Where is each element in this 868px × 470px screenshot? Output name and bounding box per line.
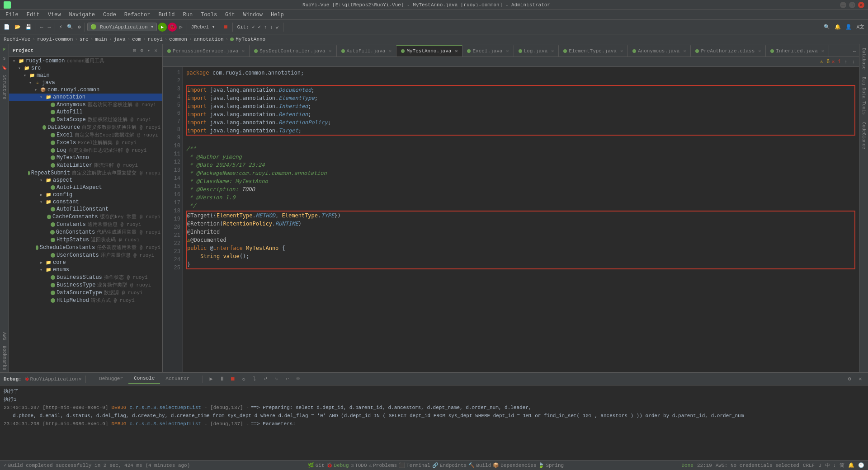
tab-autofill[interactable]: AutoFill.java ✕ — [337, 45, 397, 56]
tab-close-permissionservice[interactable]: ✕ — [242, 48, 245, 54]
debug-button[interactable]: 🐞 — [168, 23, 177, 32]
bookmarks-icon[interactable]: 🔖 — [1, 64, 8, 71]
spring-tab-btn[interactable]: 🍃 Spring — [538, 462, 564, 468]
project-icon[interactable]: P — [1, 46, 8, 53]
database-label[interactable]: Database — [860, 46, 867, 71]
tb-btn-5[interactable]: ⚙ — [76, 23, 83, 31]
tree-autofillaspect[interactable]: AutoFillAspect — [9, 184, 162, 191]
tab-excel[interactable]: Excel.java ✕ — [462, 45, 514, 56]
todo-tab-btn[interactable]: ☑ TODO — [351, 462, 367, 468]
bc-ruoyi-vue[interactable]: RuoYi-Vue — [4, 37, 30, 42]
debug-hide-btn[interactable]: ✕ — [856, 375, 864, 383]
project-close-btn[interactable]: ✕ — [153, 47, 159, 54]
aws-label[interactable]: AWS — [1, 330, 8, 342]
input-method-status[interactable]: 简 — [840, 462, 844, 469]
tree-aspect[interactable]: ▾ 📁 aspect — [9, 177, 162, 184]
tree-ratelimiter[interactable]: RateLimiter 限流注解 @ ruoyi — [9, 161, 162, 169]
tree-businesstype[interactable]: BusinessType 业务操作类型 @ ruoyi — [9, 281, 162, 289]
tab-permissionservice[interactable]: PermissionService.java ✕ — [163, 45, 250, 56]
codeglance-label[interactable]: CodeGlance — [860, 120, 867, 151]
tree-autofill[interactable]: AutoFill — [9, 108, 162, 116]
menu-build[interactable]: Build — [155, 11, 178, 19]
save-button[interactable]: 💾 — [24, 23, 33, 31]
tree-genconstants[interactable]: GenConstants 代码生成通用常量 @ ruoyi — [9, 228, 162, 236]
menu-help[interactable]: Help — [267, 11, 288, 19]
debug-stop-btn[interactable]: ⏹ — [229, 375, 237, 383]
notification-icon[interactable]: 🔔 — [848, 462, 854, 468]
tab-close-inherited[interactable]: ✕ — [821, 48, 824, 54]
build-tab-btn[interactable]: 🔨 Build — [468, 462, 491, 468]
tab-elementtype[interactable]: ElementType.java ✕ — [559, 45, 628, 56]
bc-com[interactable]: com — [132, 37, 141, 42]
tree-constants[interactable]: Constants 通用常量信息 @ ruoyi — [9, 221, 162, 228]
jrebel-btn[interactable]: JRebel ▾ — [189, 23, 217, 31]
encoding-status[interactable]: U — [818, 463, 821, 468]
minimize-button[interactable]: — — [840, 2, 846, 8]
forward-button[interactable]: → — [46, 24, 53, 31]
terminal-tab-btn[interactable]: ⬛ Terminal — [399, 462, 430, 468]
close-button[interactable]: ✕ — [858, 2, 864, 8]
bc-ruoyi-common[interactable]: ruoyi-common — [37, 37, 73, 42]
tree-config[interactable]: ▶ 📁 config — [9, 191, 162, 198]
tree-anonymous[interactable]: Anonymous 匿名访问不鉴权注解 @ ruoyi — [9, 101, 162, 108]
tree-main[interactable]: ▾ 📁 main — [9, 72, 162, 79]
project-settings-btn[interactable]: ⚙ — [139, 47, 145, 54]
back-button[interactable]: ← — [38, 24, 45, 31]
git-btn[interactable]: Git: ✓ ✓ ↑ ↓ ↙ — [235, 23, 280, 31]
tab-inherited[interactable]: Inherited.java ✕ — [766, 45, 829, 56]
tree-cacheconstants[interactable]: CacheConstants 缓存的key 常量 @ ruoyi — [9, 213, 162, 221]
tree-mytestanno[interactable]: MyTestAnno — [9, 154, 162, 161]
run-config-dropdown[interactable]: 🟢 RuoYiApplication ▾ — [87, 23, 156, 31]
tree-datascope[interactable]: DataScope 数据权限过滤注解 @ ruoyi — [9, 116, 162, 123]
tree-excels[interactable]: Excels Excel注解解集 @ ruoyi — [9, 139, 162, 146]
menu-navigate[interactable]: Navigate — [65, 11, 99, 19]
tree-annotation-folder[interactable]: ▾ 📁 annotation — [9, 94, 162, 101]
code-editor[interactable]: package com.ruoyi.common.annotation; imp… — [183, 67, 859, 372]
project-gear-btn[interactable]: ▾ — [146, 47, 152, 54]
debug-resume-btn[interactable]: ▶ — [207, 375, 215, 383]
dependencies-tab-btn[interactable]: 📦 Dependencies — [493, 462, 536, 468]
tree-src[interactable]: ▾ 📁 src — [9, 65, 162, 72]
coverage-button[interactable]: ▷ — [178, 23, 184, 31]
tree-businessstatus[interactable]: BusinessStatus 操作状态 @ ruoyi — [9, 273, 162, 281]
tab-close-elementtype[interactable]: ✕ — [620, 48, 623, 54]
tree-constant[interactable]: ▾ 📁 constant — [9, 198, 162, 206]
menu-view[interactable]: View — [44, 11, 65, 19]
tab-close-sysdept[interactable]: ✕ — [329, 48, 332, 54]
tb-btn-4[interactable]: 🔍 — [65, 23, 75, 31]
debug-run-config[interactable]: 🐞 RuoYiApplication ✕ — [24, 376, 82, 382]
aws-status[interactable]: AWS: No credentials selected — [716, 463, 799, 468]
tree-enums[interactable]: ▾ 📁 enums — [9, 266, 162, 273]
open-button[interactable]: 📂 — [13, 23, 23, 31]
big-data-tools-label[interactable]: Big Data Tools — [860, 75, 867, 117]
bc-mytestanno[interactable]: MyTestAnno — [236, 37, 265, 42]
endpoints-tab-btn[interactable]: 🔗 Endpoints — [432, 462, 467, 468]
debug-rerun-btn[interactable]: ↻ — [240, 375, 248, 383]
notifications-btn[interactable]: 👤 — [844, 23, 854, 31]
bc-main[interactable]: main — [95, 37, 107, 42]
problems-tab-btn[interactable]: ⚠ Problems — [369, 462, 397, 468]
git-tab-btn[interactable]: 🌿 Git — [308, 462, 325, 468]
new-file-button[interactable]: 📄 — [2, 23, 12, 31]
tree-datasourcetype[interactable]: DataSourceType 数据源 @ ruoyi — [9, 289, 162, 296]
tab-close-anonymous[interactable]: ✕ — [683, 48, 686, 54]
tree-com-ruoyi-common[interactable]: ▾ 📦 com.ruoyi.common — [9, 86, 162, 94]
menu-edit[interactable]: Edit — [23, 11, 43, 19]
tree-userconstants[interactable]: UserConstants 用户常量信息 @ ruoyi — [9, 251, 162, 259]
tree-log[interactable]: Log 自定义操作日志记录注解 @ ruoyi — [9, 146, 162, 154]
debugger-tab[interactable]: Debugger — [94, 374, 128, 383]
console-tab[interactable]: Console — [128, 374, 160, 384]
menu-run[interactable]: Run — [179, 11, 196, 19]
tab-close-preauthorize[interactable]: ✕ — [758, 48, 761, 54]
tree-excel[interactable]: Excel 自定义导出Excel数据注解 @ ruoyi — [9, 131, 162, 139]
debug-step-over-btn[interactable]: ⤵ — [250, 375, 259, 383]
tab-mytestanno[interactable]: MyTestAnno.java ✕ — [396, 45, 462, 56]
debug-eval-btn[interactable]: ⌨ — [294, 375, 302, 383]
tab-sysdeptcontroller[interactable]: SysDeptController.java ✕ — [250, 45, 336, 56]
bc-annotation[interactable]: annotation — [194, 37, 224, 42]
menu-refactor[interactable]: Refactor — [121, 11, 154, 19]
maximize-button[interactable]: □ — [849, 2, 855, 8]
tab-preauthorize[interactable]: PreAuthorize.class ✕ — [691, 45, 766, 56]
tree-java[interactable]: ▾ ☕ java — [9, 79, 162, 86]
bc-ruoyi[interactable]: ruoyi — [148, 37, 163, 42]
